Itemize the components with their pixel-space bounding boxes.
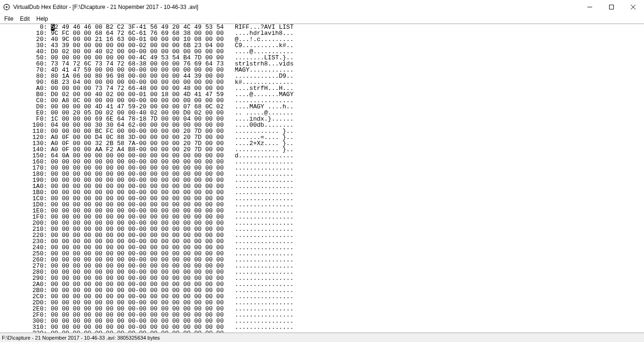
- maximize-button[interactable]: [601, 0, 622, 14]
- app-icon: [3, 3, 10, 11]
- statusbar: F:\D\capture - 21 Nopember 2017 - 10-46-…: [0, 333, 644, 342]
- hex-editor-viewport[interactable]: 0: 52 49 46 46 00 B2 C2 3F-41 56 49 20 4…: [0, 24, 644, 333]
- status-text: F:\D\capture - 21 Nopember 2017 - 10-46-…: [2, 335, 160, 341]
- menu-help[interactable]: Help: [33, 15, 51, 23]
- minimize-button[interactable]: [579, 0, 601, 14]
- titlebar[interactable]: VirtualDub Hex Editor - [F:\D\capture - …: [0, 0, 644, 14]
- window-title: VirtualDub Hex Editor - [F:\D\capture - …: [13, 4, 579, 10]
- menu-file[interactable]: File: [1, 15, 17, 23]
- menubar: File Edit Help: [0, 14, 644, 23]
- svg-rect-3: [610, 5, 614, 9]
- close-button[interactable]: [622, 0, 644, 14]
- svg-point-1: [6, 6, 8, 8]
- hex-content[interactable]: 0: 52 49 46 46 00 B2 C2 3F-41 56 49 20 4…: [0, 24, 644, 333]
- menu-edit[interactable]: Edit: [17, 15, 33, 23]
